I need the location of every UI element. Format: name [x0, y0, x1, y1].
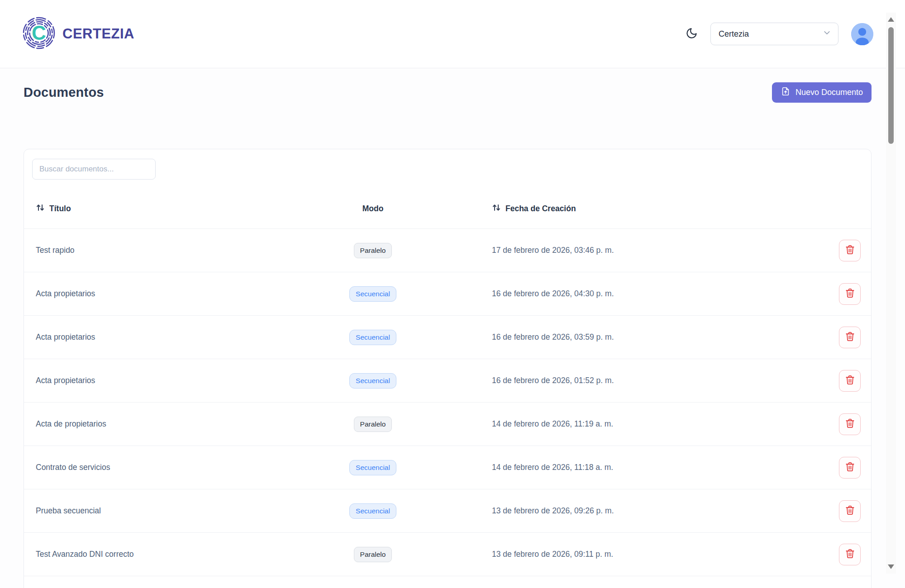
creation-date: 14 de febrero de 2026, 11:19 a. m. [418, 419, 829, 429]
table-row[interactable]: Acta propietarios Secuencial 16 de febre… [24, 316, 871, 359]
trash-icon [845, 375, 855, 387]
mode-badge: Secuencial [349, 503, 396, 519]
table-body: Test rapido Paralelo 17 de febrero de 20… [24, 229, 871, 576]
mode-badge: Paralelo [354, 547, 392, 562]
document-title: Test Avanzado DNI correcto [36, 550, 328, 559]
column-header-modo: Modo [362, 204, 384, 213]
delete-document-button[interactable] [839, 544, 861, 565]
column-header-titulo[interactable]: Título [36, 203, 328, 214]
mode-badge: Secuencial [349, 330, 396, 345]
document-title: Acta de propietarios [36, 419, 328, 429]
column-header-fecha-label: Fecha de Creación [505, 204, 576, 213]
creation-date: 16 de febrero de 2026, 04:30 p. m. [418, 289, 829, 299]
delete-document-button[interactable] [839, 457, 861, 479]
documents-card: Título Modo Fecha de Creación Test rapid… [24, 149, 872, 588]
mode-badge: Paralelo [354, 417, 392, 432]
chevron-down-icon [822, 28, 832, 40]
mode-badge: Paralelo [354, 243, 392, 258]
app-window: C CERTEZIA Certezia [0, 0, 905, 588]
moon-icon [686, 27, 698, 41]
table-row[interactable]: Test rapido Paralelo 17 de febrero de 20… [24, 229, 871, 272]
table-row[interactable]: Acta de propietarios Paralelo 14 de febr… [24, 403, 871, 446]
scrollbar-up-arrow[interactable] [888, 17, 894, 22]
delete-document-button[interactable] [839, 240, 861, 261]
document-title: Contrato de servicios [36, 463, 328, 472]
mode-badge: Secuencial [349, 460, 396, 475]
document-title: Prueba secuencial [36, 506, 328, 516]
page-title: Documentos [24, 85, 104, 100]
brand-name: CERTEZIA [62, 26, 134, 42]
scrollbar-down-arrow[interactable] [888, 564, 894, 569]
table-row[interactable]: Acta propietarios Secuencial 16 de febre… [24, 272, 871, 316]
creation-date: 14 de febrero de 2026, 11:18 a. m. [418, 463, 829, 472]
dark-mode-toggle-button[interactable] [686, 27, 698, 41]
trash-icon [845, 461, 855, 474]
vertical-scrollbar[interactable] [886, 13, 896, 574]
topbar-actions: Certezia [686, 23, 873, 45]
creation-date: 13 de febrero de 2026, 09:11 p. m. [418, 550, 829, 559]
organization-selector[interactable]: Certezia [710, 23, 838, 45]
trash-icon [845, 548, 855, 560]
table-row[interactable]: Acta propietarios Secuencial 16 de febre… [24, 359, 871, 403]
file-upload-icon [781, 86, 791, 99]
top-navbar: C CERTEZIA Certezia [0, 0, 905, 68]
main-content: Documentos Nuevo Documento [0, 82, 905, 588]
scrollbar-thumb[interactable] [888, 27, 894, 144]
document-title: Acta propietarios [36, 376, 328, 385]
table-row[interactable]: Test Avanzado DNI correcto Paralelo 13 d… [24, 533, 871, 576]
sort-arrows-icon [492, 203, 501, 214]
user-avatar[interactable] [851, 23, 873, 45]
document-title: Acta propietarios [36, 332, 328, 342]
creation-date: 13 de febrero de 2026, 09:26 p. m. [418, 506, 829, 516]
creation-date: 16 de febrero de 2026, 01:52 p. m. [418, 376, 829, 385]
table-row[interactable]: Prueba secuencial Secuencial 13 de febre… [24, 489, 871, 533]
trash-icon [845, 418, 855, 430]
search-bar-row [24, 149, 871, 189]
page-header-row: Documentos Nuevo Documento [24, 82, 872, 103]
delete-document-button[interactable] [839, 500, 861, 522]
search-input[interactable] [32, 159, 156, 180]
brand-logo-group[interactable]: C CERTEZIA [22, 16, 134, 52]
trash-icon [845, 331, 855, 343]
table-header-row: Título Modo Fecha de Creación [24, 189, 871, 229]
organization-selector-value: Certezia [719, 29, 749, 39]
trash-icon [845, 288, 855, 300]
column-header-titulo-label: Título [49, 204, 71, 213]
new-document-button-label: Nuevo Documento [795, 88, 863, 97]
trash-icon [845, 505, 855, 517]
sort-arrows-icon [36, 203, 45, 214]
svg-text:C: C [32, 22, 46, 44]
new-document-button[interactable]: Nuevo Documento [772, 82, 872, 103]
mode-badge: Secuencial [349, 373, 396, 389]
mode-badge: Secuencial [349, 286, 396, 302]
delete-document-button[interactable] [839, 327, 861, 348]
delete-document-button[interactable] [839, 370, 861, 392]
creation-date: 17 de febrero de 2026, 03:46 p. m. [418, 246, 829, 255]
document-title: Acta propietarios [36, 289, 328, 299]
document-title: Test rapido [36, 246, 328, 255]
table-row[interactable]: Contrato de servicios Secuencial 14 de f… [24, 446, 871, 489]
delete-document-button[interactable] [839, 413, 861, 435]
column-header-fecha[interactable]: Fecha de Creación [418, 203, 829, 214]
creation-date: 16 de febrero de 2026, 03:59 p. m. [418, 332, 829, 342]
certezia-fingerprint-logo-icon: C [22, 16, 56, 52]
trash-icon [845, 244, 855, 256]
delete-document-button[interactable] [839, 283, 861, 305]
